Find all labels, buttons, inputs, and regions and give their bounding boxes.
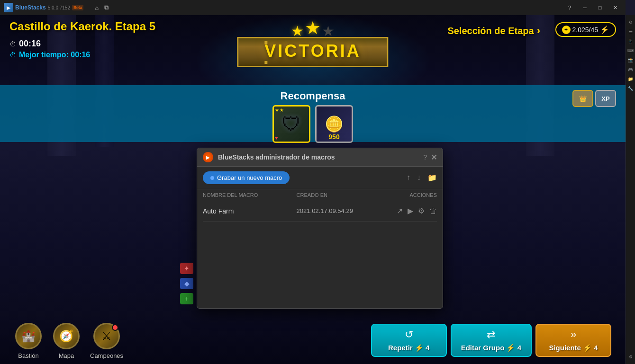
time-display: ⏱ 00:16 ⏱ Mejor tiempo: 00:16 [9,39,90,61]
star-1: ★ [291,23,304,39]
energy-button[interactable]: + 2,025/45 ⚡ [555,22,617,37]
rt-icon-8[interactable]: 🔧 [626,84,635,93]
victory-banner: ★ ★ ★ VICTORIA [237,18,388,67]
tab-xp[interactable]: XP [595,90,616,107]
armor-icon: 🛡 [282,114,301,135]
macro-dialog-icon: ▶ [203,152,213,162]
maximize-button[interactable]: □ [593,3,607,12]
bs-app-name: BlueStacks [15,4,46,11]
col-header-created: CREADO EN [297,192,390,198]
macro-row: Auto Farm 2021.02.17.09.54.29 ↗ ▶ ⚙ 🗑 [203,201,437,222]
siguiente-label: Siguiente ⚡ 4 [549,344,598,352]
campeones-icon: ⚔ [93,323,120,349]
stage-select-text: Selección de Etapa [447,26,534,36]
macro-dialog: ▶ BlueStacks administrador de macros ? ✕… [197,148,443,309]
action-buttons: ↺ Repetir ⚡ 4 ⇄ Editar Grupo ⚡ 4 » Sigui… [371,324,626,357]
nav-campeones[interactable]: ⚔ Campeones [90,322,123,359]
rt-icon-settings[interactable]: ⚙ [626,353,635,361]
repetir-button[interactable]: ↺ Repetir ⚡ 4 [371,324,447,357]
stage-title: Castillo de Kaerok. Etapa 5 [9,20,155,33]
coin-value: 950 [317,133,352,141]
delete-macro-button[interactable]: 🗑 [429,207,437,215]
reward-coin: 🪙 950 [315,105,353,143]
macro-toolbar: Grabar un nuevo macro ↑ ↓ 📁 [197,167,443,189]
window-controls: ? ─ □ ✕ [563,3,622,12]
victory-text: VICTORIA [264,41,361,61]
current-time: 00:16 [19,39,41,49]
rt-icon-6[interactable]: 🎮 [626,65,635,74]
star-2: ★ [305,18,321,38]
clock-icon: ⏱ [9,40,16,48]
blue-side-button[interactable]: ◆ [180,278,193,289]
reward-items: ★ ★ 🛡 ♥ 🪙 950 [272,105,353,143]
edit-group-icon: ⇄ [487,328,495,341]
rt-icon-5[interactable]: 📸 [626,56,635,64]
left-side-ui: ✦ ◆ + [180,263,193,304]
bs-topbar-icons: ⌂ ⧉ [95,4,109,11]
siguiente-button[interactable]: » Siguiente ⚡ 4 [535,324,611,357]
best-time-icon: ⏱ [9,51,16,59]
nav-mapa[interactable]: 🧭 Mapa [52,322,81,359]
macro-titlebar: ▶ BlueStacks administrador de macros ? ✕ [197,148,443,167]
nav-items: 🏰 Bastión 🧭 Mapa ⚔ Campeones [0,322,137,359]
macro-titlebar-icons: ? ✕ [423,153,437,162]
bolt-icon: ⚡ [600,25,609,34]
bs-beta-badge: Beta [72,5,84,10]
nav-bastion[interactable]: 🏰 Bastión [14,322,43,359]
rt-icon-4[interactable]: ⌨ [626,46,635,55]
rt-icon-1[interactable]: ⚙ [626,18,635,27]
minimize-button[interactable]: ─ [578,3,591,12]
help-button[interactable]: ? [563,3,576,12]
mapa-label: Mapa [59,352,74,359]
col-header-actions: ACCIONES [390,192,437,198]
close-button[interactable]: ✕ [608,3,622,12]
macro-name: Auto Farm [203,207,297,215]
import-icon[interactable]: ↓ [417,173,421,182]
play-macro-button[interactable]: ▶ [408,206,413,215]
plus-icon: + [562,26,571,34]
home-icon[interactable]: ⌂ [95,4,99,11]
macro-toolbar-icons: ↑ ↓ 📁 [407,173,437,182]
bs-logo-icon: ▶ [4,3,13,12]
reward-armor: ★ ★ 🛡 ♥ [272,105,310,143]
macro-help-icon[interactable]: ? [423,153,427,161]
record-macro-button[interactable]: Grabar un nuevo macro [203,171,290,184]
macro-table-header: NOMBRE DEL MACRO CREADO EN ACCIONES [197,189,443,201]
red-side-button[interactable]: ✦ [180,263,193,274]
bs-version: 5.0.0.7152 [48,5,70,10]
multi-instance-icon[interactable]: ⧉ [104,4,109,11]
stars-container: ★ ★ ★ [291,18,335,39]
item-stars: ★ ★ [275,107,284,113]
green-side-button[interactable]: + [180,293,193,304]
best-time-label: Mejor tiempo: 00:16 [19,51,90,59]
campeones-label: Campeones [90,352,123,359]
editar-grupo-button[interactable]: ⇄ Editar Grupo ⚡ 4 [451,324,532,357]
chevron-right-icon: › [537,25,540,37]
rt-icon-3[interactable]: 📱 [626,37,635,45]
bluestacks-logo: ▶ BlueStacks 5.0.0.7152 Beta [4,3,83,12]
energy-value: 2,025/45 [572,26,599,34]
tab-crown[interactable]: 👑 [572,90,593,107]
star-3: ★ [322,23,335,39]
victory-box: VICTORIA [237,37,388,67]
next-icon: » [571,328,576,341]
campeones-badge [112,324,118,331]
settings-macro-icon[interactable]: ⚙ [418,206,425,215]
macro-table-body: Auto Farm 2021.02.17.09.54.29 ↗ ▶ ⚙ 🗑 [197,201,443,222]
export-icon[interactable]: ↑ [407,173,410,182]
reward-section: Recompensa 👑 XP ★ ★ 🛡 ♥ 🪙 950 [0,85,626,142]
repeat-icon: ↺ [405,328,413,341]
stage-select-button[interactable]: Selección de Etapa › [447,25,540,37]
export-macro-icon[interactable]: ↗ [397,206,403,215]
rt-icon-2[interactable]: ☰ [626,27,635,36]
folder-icon[interactable]: 📁 [427,173,437,182]
energy-display[interactable]: + 2,025/45 ⚡ [555,22,617,37]
record-button-label: Grabar un nuevo macro [217,174,282,181]
macro-dialog-title: BlueStacks administrador de macros [218,153,418,161]
bluestacks-topbar: ▶ BlueStacks 5.0.0.7152 Beta ⌂ ⧉ ? ─ □ ✕ [0,0,626,15]
mapa-icon: 🧭 [53,323,80,349]
bottom-nav: 🏰 Bastión 🧭 Mapa ⚔ Campeones ↺ Repet [0,317,626,364]
macro-close-button[interactable]: ✕ [431,153,437,162]
reward-tabs: 👑 XP [572,90,616,107]
rt-icon-7[interactable]: 📁 [626,75,635,83]
